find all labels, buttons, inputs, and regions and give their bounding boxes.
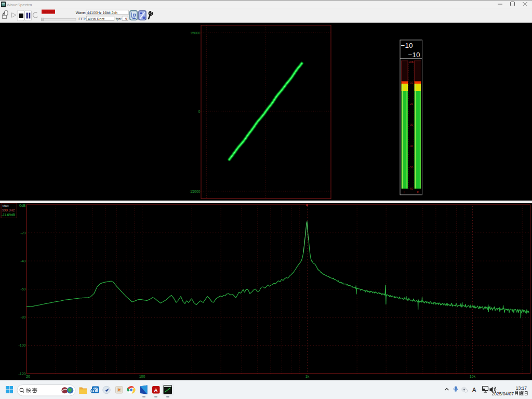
svg-text:Wave:: Wave:	[76, 11, 86, 15]
svg-text:A: A	[154, 387, 158, 393]
svg-text:10k: 10k	[470, 375, 476, 378]
svg-text:20: 20	[26, 375, 30, 378]
svg-text:−10: −10	[408, 51, 420, 59]
svg-text:4096 Rect.: 4096 Rect.	[88, 17, 105, 21]
svg-text:-120: -120	[18, 372, 25, 376]
svg-text:-60: -60	[409, 187, 413, 190]
svg-text:-11.69dB: -11.69dB	[2, 213, 15, 217]
svg-text:−10: −10	[401, 42, 413, 49]
svg-text:2025/04/07: 2025/04/07	[491, 391, 514, 396]
svg-text:0dB: 0dB	[409, 60, 414, 63]
svg-text:0dB: 0dB	[19, 204, 26, 207]
svg-text:-50: -50	[409, 166, 413, 169]
svg-text:1k: 1k	[305, 375, 310, 378]
svg-text:-60: -60	[20, 287, 25, 291]
svg-text:-30: -30	[409, 123, 413, 126]
svg-text:13:17: 13:17	[516, 385, 527, 391]
svg-text:0: 0	[198, 110, 201, 113]
svg-text:Max:: Max:	[3, 204, 9, 207]
svg-text:-40: -40	[20, 259, 25, 263]
svg-text:-20: -20	[20, 231, 25, 235]
svg-text:-10: -10	[409, 81, 413, 84]
svg-text:L: L	[404, 191, 405, 194]
svg-text:FFT:: FFT:	[78, 17, 86, 21]
svg-text:A: A	[472, 387, 476, 393]
svg-text:R: R	[417, 191, 419, 194]
svg-text:100: 100	[139, 375, 145, 378]
svg-text:44100Hz 16bit 2ch: 44100Hz 16bit 2ch	[87, 11, 117, 15]
svg-text:Rec.Max: Rec.Max	[43, 10, 54, 14]
svg-text:-40: -40	[409, 144, 413, 148]
svg-text:15000: 15000	[190, 31, 201, 35]
svg-text:999.9Hz: 999.9Hz	[2, 208, 15, 212]
svg-text:9: 9	[125, 17, 127, 21]
svg-text:-100: -100	[18, 343, 25, 347]
svg-text:fps:: fps:	[116, 17, 122, 21]
svg-text:-20: -20	[409, 102, 413, 105]
svg-text:-15000: -15000	[189, 190, 201, 193]
svg-text:-80: -80	[20, 315, 25, 319]
